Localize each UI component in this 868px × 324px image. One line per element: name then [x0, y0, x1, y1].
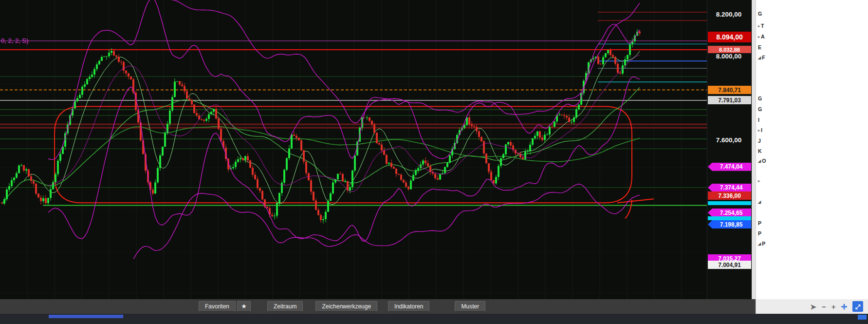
- watchlist-item[interactable]: ▹T: [758, 23, 764, 29]
- collapsed-triangle-icon[interactable]: ▹: [758, 24, 760, 28]
- price-marker-badge[interactable]: 7.198,85: [708, 220, 751, 229]
- watchlist-item[interactable]: ▹: [758, 179, 761, 183]
- expanded-triangle-icon[interactable]: ◢: [758, 159, 761, 163]
- watchlist-item[interactable]: ▹A: [758, 34, 765, 39]
- collapsed-triangle-icon[interactable]: ▹: [758, 128, 760, 133]
- watchlist-item[interactable]: ◢P: [758, 241, 765, 247]
- watchlist-item-label: P: [758, 230, 761, 236]
- watchlist-item[interactable]: ◢: [758, 200, 762, 204]
- fit-chart-icon[interactable]: ⤢: [852, 301, 863, 312]
- price-label: 8.000,00: [707, 53, 750, 60]
- crosshair-icon[interactable]: ✛: [841, 303, 847, 310]
- price-marker-badge[interactable]: 7.840,71: [708, 86, 751, 94]
- expanded-triangle-icon[interactable]: ◢: [758, 242, 761, 246]
- price-marker-badge[interactable]: 7.004,91: [708, 261, 751, 269]
- price-marker-badge[interactable]: 7.254,65: [708, 209, 751, 217]
- watchlist-item[interactable]: ▹I: [758, 127, 762, 133]
- watchlist-item[interactable]: K: [758, 148, 762, 154]
- price-marker-badge[interactable]: 7.336,00: [708, 191, 751, 200]
- watchlist-item[interactable]: G: [758, 106, 762, 112]
- bottom-toolbar: Favoriten ★ Zeitraum Zeichenwerkzeuge In…: [0, 299, 756, 314]
- watchlist-item-label: F: [762, 55, 765, 60]
- watchlist-item[interactable]: J: [758, 138, 761, 144]
- bottom-status-strip: [0, 314, 868, 324]
- favorites-star-button[interactable]: ★: [237, 301, 251, 312]
- watchlist-item-label: K: [758, 148, 762, 154]
- star-icon: ★: [241, 303, 247, 310]
- watchlist-item-label: P: [762, 241, 765, 247]
- expanded-triangle-icon[interactable]: ◢: [758, 56, 761, 60]
- chart-controls: ➤−+✛⤢: [756, 299, 868, 314]
- trading-chart-window: 0, 2, 2, S) 8.200,008.094,008.032,888.00…: [0, 0, 868, 324]
- watchlist-item-label: A: [761, 34, 765, 39]
- watchlist-item-label: G: [758, 95, 762, 101]
- price-marker-badge[interactable]: 7.791,03: [708, 96, 751, 104]
- price-axis[interactable]: 8.200,008.094,008.032,888.000,007.840,71…: [707, 0, 752, 299]
- watchlist-item-label: G: [758, 106, 762, 112]
- watchlist-item-label: J: [758, 138, 761, 144]
- send-order-icon[interactable]: ➤: [810, 303, 816, 310]
- zoom-out-icon[interactable]: −: [822, 303, 826, 310]
- price-label: 8.200,00: [707, 11, 750, 18]
- price-marker-badge[interactable]: 8.094,00: [708, 32, 751, 42]
- watchlist-item-label: I: [761, 127, 762, 133]
- expanded-triangle-icon[interactable]: ◢: [758, 200, 761, 204]
- price-marker-badge[interactable]: [708, 201, 751, 205]
- chart-canvas[interactable]: 0, 2, 2, S): [0, 0, 707, 299]
- watchlist-panel: G▹T▹AE◢FGGI▹IJK◢O▹◢PP◢P: [756, 0, 868, 299]
- watchlist-item[interactable]: P: [758, 230, 761, 236]
- price-marker-badge[interactable]: 7.474,04: [708, 163, 751, 171]
- bollinger-indicator-label: 0, 2, 2, S): [1, 37, 28, 44]
- price-marker-badge[interactable]: [708, 216, 751, 220]
- watchlist-item[interactable]: P: [758, 220, 761, 226]
- scroll-range-indicator[interactable]: [49, 315, 123, 318]
- watchlist-item[interactable]: E: [758, 44, 761, 50]
- price-marker-badge[interactable]: 7.374,44: [708, 184, 751, 192]
- watchlist-item-label: I: [758, 117, 759, 123]
- watchlist-item[interactable]: ◢O: [758, 158, 766, 164]
- watchlist-item[interactable]: G: [758, 95, 762, 101]
- watchlist-item[interactable]: G: [758, 11, 762, 17]
- timeframe-button[interactable]: Zeitraum: [267, 301, 303, 312]
- favorites-button[interactable]: Favoriten: [199, 301, 236, 312]
- watchlist-item-label: E: [758, 44, 761, 50]
- watchlist-item-label: G: [758, 11, 762, 17]
- price-label: 7.600,00: [707, 136, 750, 144]
- zoom-in-icon[interactable]: +: [831, 303, 836, 310]
- watchlist-item-label: T: [761, 23, 764, 29]
- watchlist-item[interactable]: ◢F: [758, 55, 765, 60]
- patterns-button[interactable]: Muster: [455, 301, 485, 312]
- collapsed-triangle-icon[interactable]: ▹: [758, 35, 760, 39]
- corner-accent[interactable]: [858, 315, 867, 320]
- drawing-tools-button[interactable]: Zeichenwerkzeuge: [315, 301, 377, 312]
- indicators-button[interactable]: Indikatoren: [388, 301, 429, 312]
- watchlist-item-label: O: [762, 158, 766, 164]
- watchlist-item[interactable]: I: [758, 117, 759, 123]
- watchlist-item-label: P: [758, 220, 761, 226]
- candlestick-chart: [0, 0, 707, 299]
- collapsed-triangle-icon[interactable]: ▹: [758, 179, 760, 183]
